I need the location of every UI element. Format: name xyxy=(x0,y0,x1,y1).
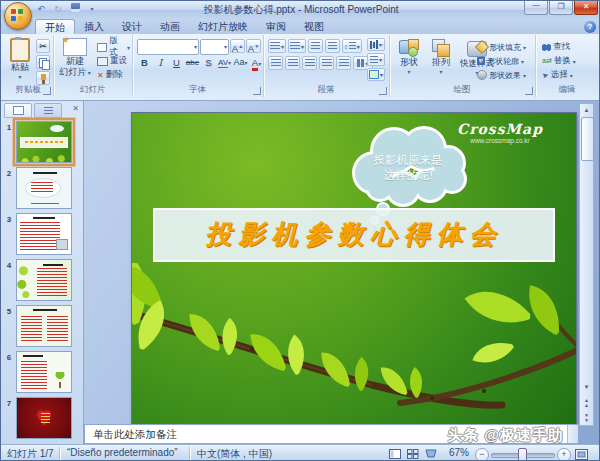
zoom-in-icon[interactable]: + xyxy=(557,448,571,461)
status-bar: 幻灯片 1/7 “Diseño predeterminado” 中文(简体 , … xyxy=(1,444,600,461)
ribbon-tab-row: 开始 插入 设计 动画 幻灯片放映 审阅 视图 ? xyxy=(1,19,600,34)
slide-sorter-view-icon[interactable] xyxy=(404,447,421,461)
italic-button[interactable]: I xyxy=(153,56,168,70)
delete-button[interactable]: ✕删除 xyxy=(95,68,132,82)
minimize-button[interactable]: 一 xyxy=(524,1,548,15)
paragraph-dialog-launcher-icon[interactable] xyxy=(379,87,387,95)
text-direction-icon[interactable]: ▾ xyxy=(367,38,385,51)
zoom-slider-thumb[interactable] xyxy=(518,448,527,461)
align-center-icon[interactable] xyxy=(285,56,300,70)
increase-indent-icon[interactable] xyxy=(325,39,340,53)
replace-icon: a⇄ xyxy=(542,57,552,65)
redo-icon[interactable]: ↻ xyxy=(51,3,65,16)
slide-thumbnail-1[interactable] xyxy=(16,121,72,163)
format-painter-icon[interactable] xyxy=(36,71,50,85)
reset-button[interactable]: 重设 xyxy=(95,54,132,68)
undo-icon[interactable]: ↶ xyxy=(34,3,48,16)
fit-to-window-icon[interactable] xyxy=(573,447,590,461)
bullets-icon[interactable]: ▾ xyxy=(268,39,286,53)
notes-pane[interactable]: 单击此处添加备注 头条 @极速手助 xyxy=(84,424,579,444)
thumb-number-1: 1 xyxy=(5,123,13,132)
bold-button[interactable]: B xyxy=(137,56,152,70)
slideshow-view-icon[interactable] xyxy=(422,447,439,461)
panel-close-icon[interactable]: ✕ xyxy=(72,104,79,113)
close-button[interactable]: ✕ xyxy=(574,1,598,15)
numbering-icon[interactable]: ▾ xyxy=(288,39,306,53)
slide-canvas[interactable]: CrossMap www.crossmap.co.kr xyxy=(132,113,576,425)
notes-scrollbar[interactable] xyxy=(567,425,578,443)
tab-slideshow[interactable]: 幻灯片放映 xyxy=(189,19,257,34)
find-button[interactable]: 查找 xyxy=(540,40,578,54)
tab-design[interactable]: 设计 xyxy=(113,19,151,34)
group-label-drawing: 绘图 xyxy=(389,84,535,96)
vertical-scrollbar[interactable]: ▲ ▼ ▲▲ ▼▼ xyxy=(579,103,594,426)
slide-thumbnail-panel: ✕ 1 2 3 4 xyxy=(1,101,84,444)
slide-thumbnail-6[interactable] xyxy=(16,351,72,393)
tab-home[interactable]: 开始 xyxy=(35,19,75,34)
layout-button[interactable]: 版式▾ xyxy=(95,40,132,54)
tab-animations[interactable]: 动画 xyxy=(151,19,189,34)
line-spacing-icon[interactable]: ↕▾ xyxy=(342,39,362,53)
slide-thumbnail-2[interactable] xyxy=(16,167,72,209)
cut-icon[interactable]: ✂ xyxy=(36,39,50,53)
slides-tab-icon xyxy=(13,106,24,115)
scrollbar-thumb[interactable] xyxy=(581,117,594,161)
convert-smartart-icon[interactable]: ▾ xyxy=(367,68,385,81)
tab-outline[interactable] xyxy=(34,103,62,118)
zoom-level[interactable]: 67% xyxy=(449,447,469,458)
select-button[interactable]: ➤选择▾ xyxy=(540,68,578,82)
character-spacing-button[interactable]: AV▾ xyxy=(217,56,232,70)
language-indicator[interactable]: 中文(简体 , 中国) xyxy=(197,447,272,461)
justify-icon[interactable] xyxy=(319,56,334,70)
slide-thumbnail-4[interactable] xyxy=(16,259,72,301)
window-controls: 一 ❐ ✕ xyxy=(524,1,598,15)
paste-button[interactable]: 粘贴 ▾ xyxy=(7,38,33,80)
next-slide-icon[interactable]: ▼▼ xyxy=(581,411,592,424)
distribute-icon[interactable] xyxy=(336,56,351,70)
tab-view[interactable]: 视图 xyxy=(295,19,333,34)
font-dialog-launcher-icon[interactable] xyxy=(253,87,261,95)
replace-button[interactable]: a⇄替换▾ xyxy=(540,54,578,68)
office-button[interactable] xyxy=(4,2,32,30)
save-icon[interactable] xyxy=(68,3,82,16)
font-size-combobox[interactable]: ▾ xyxy=(200,39,229,55)
qat-customize-caret[interactable]: ▾ xyxy=(85,3,99,16)
help-icon[interactable]: ? xyxy=(584,21,596,33)
font-color-button[interactable]: A▾ xyxy=(249,56,264,70)
zoom-out-icon[interactable]: − xyxy=(475,448,489,461)
title-placeholder[interactable]: 投影机参数心得体会 xyxy=(153,208,555,262)
arrange-button[interactable]: 排列 ▾ xyxy=(427,39,455,75)
decrease-indent-icon[interactable] xyxy=(308,39,323,53)
tab-review[interactable]: 审阅 xyxy=(257,19,295,34)
grow-font-button[interactable]: A▲ xyxy=(230,39,245,53)
text-shadow-button[interactable]: S xyxy=(201,56,216,70)
tab-slides-thumbnails[interactable] xyxy=(4,103,32,118)
align-text-icon[interactable]: ▾ xyxy=(367,53,385,66)
shrink-font-button[interactable]: A▼ xyxy=(246,39,261,53)
shapes-button[interactable]: 形状 ▾ xyxy=(395,39,423,75)
change-case-button[interactable]: Aa▾ xyxy=(233,56,248,70)
align-left-icon[interactable] xyxy=(268,56,283,70)
notes-placeholder[interactable]: 单击此处添加备注 xyxy=(93,428,177,442)
shape-effects-button[interactable]: 形状效果▾ xyxy=(475,68,533,82)
slide-thumbnail-7[interactable]: ♥ xyxy=(16,397,72,439)
normal-view-icon[interactable] xyxy=(386,447,403,461)
previous-slide-icon[interactable]: ▲▲ xyxy=(581,396,592,409)
scroll-up-icon[interactable]: ▲ xyxy=(581,105,592,116)
slide-thumbnail-3[interactable] xyxy=(16,213,72,255)
font-name-combobox[interactable]: ▾ xyxy=(137,39,199,55)
tab-insert[interactable]: 插入 xyxy=(75,19,113,34)
scroll-down-icon[interactable]: ▼ xyxy=(581,382,592,393)
strikethrough-button[interactable]: abe xyxy=(185,56,200,70)
underline-button[interactable]: U xyxy=(169,56,184,70)
shape-fill-button[interactable]: 形状填充▾ xyxy=(475,40,533,54)
copy-icon[interactable] xyxy=(36,55,50,69)
new-slide-button[interactable]: ★ 新建幻灯片 ▾ xyxy=(57,38,93,79)
restore-button[interactable]: ❐ xyxy=(549,1,573,15)
drawing-dialog-launcher-icon[interactable] xyxy=(525,87,533,95)
group-label-editing: 编辑 xyxy=(535,84,599,96)
align-right-icon[interactable] xyxy=(302,56,317,70)
clipboard-dialog-launcher-icon[interactable] xyxy=(43,87,51,95)
shape-outline-button[interactable]: 形状轮廓▾ xyxy=(475,54,533,68)
slide-thumbnail-5[interactable] xyxy=(16,305,72,347)
